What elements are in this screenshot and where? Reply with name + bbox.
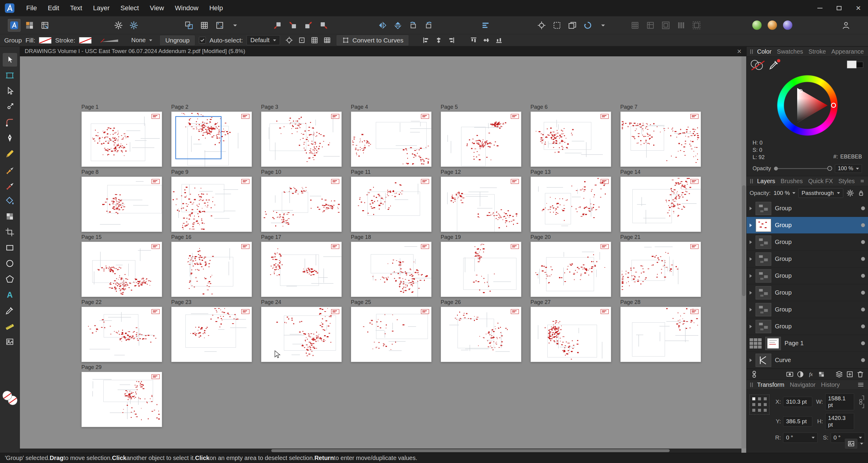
menu-layer[interactable]: Layer [88,2,115,14]
align-top-icon[interactable] [468,35,479,46]
bleed-disabled-icon[interactable] [690,19,703,32]
place-tool[interactable] [3,335,17,349]
page-thumbnail[interactable] [82,307,162,362]
auto-select-checkbox[interactable] [199,37,206,44]
insert-behind-icon[interactable] [271,19,284,32]
color-sampler-icon[interactable] [768,60,779,70]
link-wh-icon[interactable] [857,395,865,408]
layer-row-group[interactable]: Group [747,251,868,267]
anchor-dot[interactable] [758,403,761,406]
layer-visibility-dot[interactable] [861,257,865,261]
minimize-button[interactable] [810,0,830,16]
page-thumbnail[interactable] [351,176,432,232]
layer-visibility-dot[interactable] [861,291,865,295]
page-thumbnail[interactable] [351,111,432,167]
fill-stroke-swatches[interactable] [846,59,864,71]
fill-tool[interactable] [3,194,17,207]
hue-marker[interactable] [831,103,836,108]
page-thumbnail[interactable] [620,176,701,232]
field-input[interactable]: 1420.3 pt [825,413,855,430]
no-color-icon[interactable] [751,60,764,70]
anchor-dot[interactable] [758,409,761,412]
blend-mode-dropdown[interactable]: Passthrough [798,188,843,198]
vertical-scrollbar[interactable] [741,56,746,449]
adjustment-icon[interactable] [796,370,804,378]
point-transform-tool[interactable] [3,100,17,113]
layer-visibility-dot[interactable] [861,307,865,311]
designer-persona-icon[interactable] [8,19,21,32]
opacity-value-dropdown[interactable]: 100 % [835,164,862,173]
layer-row-group[interactable]: Group [747,217,868,234]
page-thumbnail[interactable] [82,111,162,167]
close-button[interactable]: × [849,0,868,16]
page-thumbnail[interactable] [441,176,521,232]
align-left-icon[interactable] [421,35,431,46]
align-right-icon[interactable] [446,35,457,46]
pencil-tool[interactable] [3,147,17,161]
mask-icon[interactable] [786,370,794,378]
pattern-icon[interactable] [817,370,826,378]
page-thumbnail[interactable] [620,241,701,297]
field-input[interactable]: 0 ° [783,433,818,443]
fill-swatch-front[interactable] [847,61,857,68]
horizontal-scrollbar-thumb[interactable] [271,449,670,452]
tab-appearance[interactable]: Appearance [831,48,864,55]
insert-inside-icon[interactable] [302,19,315,32]
flip-vertical-icon[interactable] [392,19,404,32]
sphere-purple-icon[interactable] [781,19,794,32]
tab-color[interactable]: Color [757,48,772,55]
artboard-tool[interactable] [3,69,17,82]
cycle-selection-box-icon[interactable] [551,19,563,32]
box-target-icon[interactable] [296,35,307,46]
insert-replace-icon[interactable] [317,19,330,32]
panel-grip-icon[interactable] [750,383,753,387]
crop-tool[interactable] [3,225,17,239]
page-thumbnail[interactable] [261,111,342,167]
layer-visibility-dot[interactable] [861,324,865,328]
expand-chevron-icon[interactable] [749,325,752,328]
expand-chevron-icon[interactable] [749,291,752,295]
field-input[interactable]: 310.3 pt [783,397,812,407]
insert-in-front-icon[interactable] [287,19,299,32]
menu-edit[interactable]: Edit [42,2,64,14]
align-center-icon[interactable] [433,35,444,46]
sphere-green-icon[interactable] [750,19,763,32]
layer-settings-gear-icon[interactable] [846,189,854,197]
tab-swatches[interactable]: Swatches [777,48,803,55]
convert-to-curves-button[interactable]: Convert to Curves [336,35,409,46]
sphere-orange-icon[interactable] [766,19,778,32]
expand-chevron-icon[interactable] [749,308,752,311]
page-thumbnail[interactable] [82,372,162,427]
layer-row-group[interactable]: Group [747,301,868,318]
chevron-down-icon[interactable] [812,437,815,439]
menu-file[interactable]: File [21,2,42,14]
corner-tool[interactable] [3,116,17,129]
grid-disabled-icon[interactable] [629,19,641,32]
export-persona-icon[interactable] [38,19,51,32]
layer-row-group[interactable]: Group [747,318,868,335]
tab-styles[interactable]: Styles [838,178,855,185]
fill-swatch[interactable] [39,37,52,44]
layer-visibility-dot[interactable] [861,341,865,345]
page-thumbnail[interactable] [82,241,162,297]
tab-history[interactable]: History [821,382,840,388]
lock-icon[interactable] [857,189,865,197]
expand-chevron-icon[interactable] [749,274,752,278]
margins-disabled-icon[interactable] [659,19,672,32]
expand-chevron-icon[interactable] [749,207,752,210]
fx-icon[interactable]: fx [807,370,815,378]
snap-grid-icon[interactable] [309,35,320,46]
layer-visibility-dot[interactable] [861,274,865,278]
page-thumbnail[interactable] [261,176,342,232]
layer-visibility-dot[interactable] [861,223,865,227]
align-middle-icon[interactable] [481,35,492,46]
layer-visibility-dot[interactable] [861,240,865,244]
expand-chevron-icon[interactable] [749,240,752,244]
panel-menu-icon[interactable] [860,177,864,185]
field-input[interactable]: 1588.1 pt [825,393,855,410]
canvas[interactable]: Page 1Page 2Page 3Page 4Page 5Page 6Page… [20,56,746,453]
maximize-button[interactable] [830,0,849,16]
rotate-left-icon[interactable] [407,19,420,32]
color-wheel[interactable] [774,72,841,139]
field-input[interactable]: 386.5 pt [783,416,812,427]
